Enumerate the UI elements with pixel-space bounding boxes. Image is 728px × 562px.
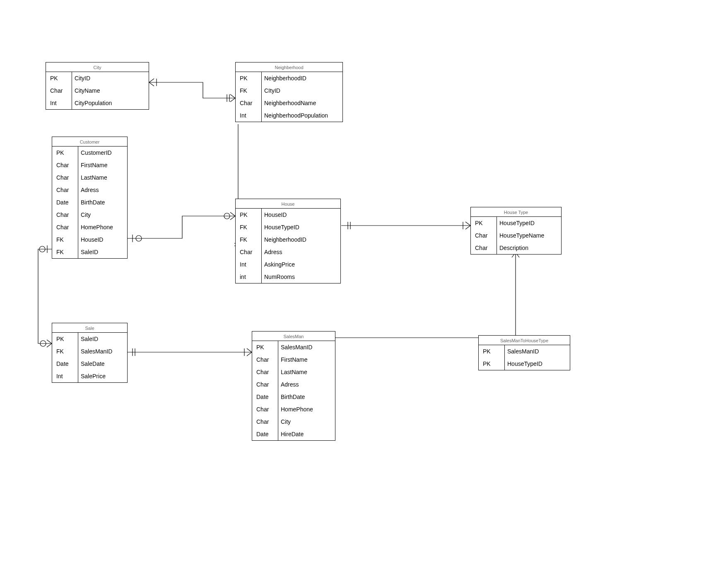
entity-salesman-title: SalesMan (252, 331, 335, 341)
entity-salesman: SalesMan PKSalesManID CharFirstName Char… (252, 331, 335, 441)
table-row: CharAdress (252, 378, 335, 391)
table-row: FKHouseID (52, 233, 127, 246)
table-row: CharLastName (52, 171, 127, 184)
svg-line-36 (247, 352, 252, 356)
svg-line-0 (149, 79, 154, 82)
svg-line-1 (149, 82, 154, 86)
entity-housetype-title: House Type (471, 207, 561, 217)
table-row: CharAdress (52, 184, 127, 196)
svg-line-35 (247, 348, 252, 352)
table-row: PKSalesManID (479, 345, 570, 358)
table-row: PKHouseID (236, 209, 340, 221)
table-row: FKSalesManID (52, 345, 127, 358)
svg-point-15 (39, 246, 45, 252)
table-row: PKHouseTypeID (479, 358, 570, 370)
table-row: CharLastName (252, 366, 335, 378)
table-row: PKSalesManID (252, 341, 335, 353)
entity-neighborhood-attrs: PKNeighberhoodID FKCItyID CharNeighberho… (236, 72, 342, 122)
table-row: DateHireDate (252, 428, 335, 440)
entity-housetype-attrs: PKHouseTypeID CharHouseTypeName CharDesc… (471, 217, 561, 254)
table-row: CharHomePhone (52, 221, 127, 233)
entity-salesmantohousetype-attrs: PKSalesManID PKHouseTypeID (479, 345, 570, 370)
entity-city-title: City (46, 62, 149, 72)
entity-house-title: House (236, 199, 340, 209)
entity-house-attrs: PKHouseID FKHouseTypeID FKNeighberhoodID… (236, 209, 340, 283)
entity-city-attrs: PKCityID CharCityName IntCityPopulation (46, 72, 149, 109)
entity-house: House PKHouseID FKHouseTypeID FKNeighber… (235, 199, 341, 283)
table-row: DateSaleDate (52, 358, 127, 370)
table-row: PKNeighberhoodID (236, 72, 342, 84)
table-row: CharCityName (46, 84, 149, 97)
table-row: CharFirstName (52, 159, 127, 171)
svg-point-12 (224, 213, 230, 219)
table-row: CharHouseTypeName (471, 229, 561, 242)
table-row: PKHouseTypeID (471, 217, 561, 229)
entity-sale: Sale PKSaleID FKSalesManID DateSaleDate … (52, 323, 128, 383)
entity-customer-title: Customer (52, 137, 127, 147)
svg-line-3 (230, 94, 235, 98)
svg-line-23 (465, 222, 470, 226)
svg-line-24 (465, 226, 470, 229)
table-row: intNumRooms (236, 271, 340, 283)
table-row: IntNeighberhoodPopulation (236, 109, 342, 122)
table-row: FKSaleID (52, 246, 127, 258)
table-row: PKCityID (46, 72, 149, 84)
entity-sale-title: Sale (52, 323, 127, 333)
entity-customer: Customer PKCustomerID CharFirstName Char… (52, 137, 128, 259)
table-row: PKSaleID (52, 333, 127, 345)
svg-point-11 (136, 235, 142, 241)
svg-line-14 (230, 216, 235, 220)
table-row: CharCity (52, 209, 127, 221)
table-row: CharDescription (471, 242, 561, 254)
entity-housetype: House Type PKHouseTypeID CharHouseTypeNa… (470, 207, 562, 255)
entity-salesmantohousetype-title: SalesManToHouseType (479, 336, 570, 345)
table-row: CharCity (252, 415, 335, 428)
table-row: CharNeighberhoodName (236, 97, 342, 109)
entity-neighborhood: Neighberhood PKNeighberhoodID FKCItyID C… (235, 62, 343, 122)
entity-salesman-attrs: PKSalesManID CharFirstName CharLastName … (252, 341, 335, 440)
svg-line-18 (47, 340, 52, 343)
table-row: IntAskingPrice (236, 258, 340, 271)
table-row: DateBirthDate (52, 196, 127, 209)
table-row: FKNeighberhoodID (236, 233, 340, 246)
table-row: PKCustomerID (52, 147, 127, 159)
table-row: FKCItyID (236, 84, 342, 97)
table-row: CharHomePhone (252, 403, 335, 415)
table-row: IntCityPopulation (46, 97, 149, 109)
entity-sale-attrs: PKSaleID FKSalesManID DateSaleDate IntSa… (52, 333, 127, 382)
entity-city: City PKCityID CharCityName IntCityPopula… (46, 62, 149, 110)
entity-customer-attrs: PKCustomerID CharFirstName CharLastName … (52, 147, 127, 258)
table-row: CharFirstName (252, 353, 335, 366)
svg-point-17 (40, 341, 46, 346)
svg-line-19 (47, 343, 52, 347)
table-row: IntSalePrice (52, 370, 127, 382)
svg-line-4 (230, 98, 235, 102)
entity-salesmantohousetype: SalesManToHouseType PKSalesManID PKHouse… (478, 335, 570, 370)
entity-neighborhood-title: Neighberhood (236, 62, 342, 72)
table-row: CharAdress (236, 246, 340, 258)
svg-line-13 (230, 212, 235, 216)
table-row: FKHouseTypeID (236, 221, 340, 233)
table-row: DateBirthDate (252, 391, 335, 403)
